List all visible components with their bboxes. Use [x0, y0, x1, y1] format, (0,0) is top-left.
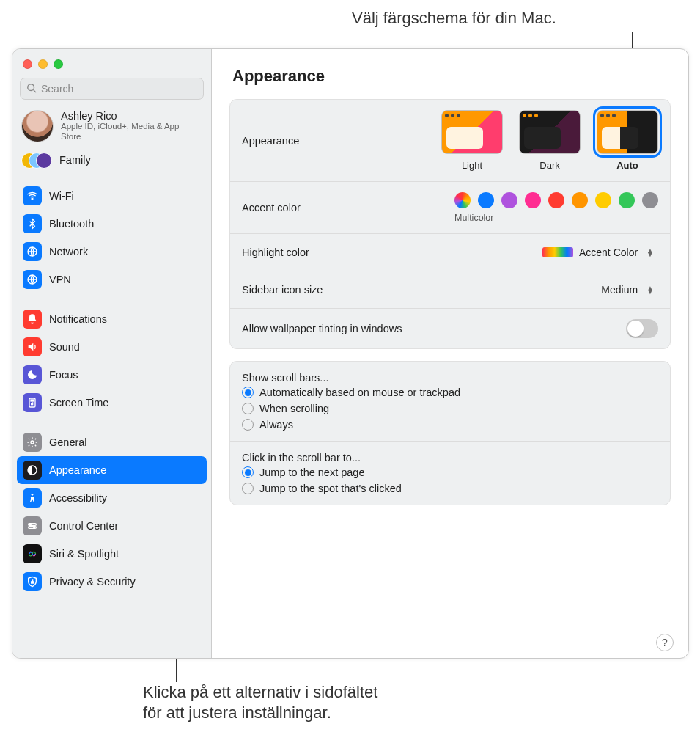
scroll-bars-options: Automatically based on mouse or trackpad…: [230, 387, 670, 442]
appearance-option-auto[interactable]: Auto: [597, 110, 658, 171]
accent-pink[interactable]: [525, 192, 541, 208]
general-icon: [23, 433, 42, 452]
click-option-spot[interactable]: Jump to the spot that's clicked: [242, 483, 658, 494]
family-label: Family: [59, 154, 91, 166]
sidebar-item-label: Bluetooth: [49, 218, 94, 230]
sidebar-item-accessibility[interactable]: Accessibility: [17, 484, 207, 512]
appearance-panel: Appearance Light Dark Auto: [229, 99, 671, 349]
tint-label: Allow wallpaper tinting in windows: [242, 323, 402, 334]
scroll-option-label: When scrolling: [259, 403, 329, 414]
svg-point-9: [31, 441, 34, 444]
sound-icon: [23, 337, 42, 356]
accent-sublabel: Multicolor: [454, 213, 494, 223]
appearance-option-light[interactable]: Light: [441, 110, 503, 171]
highlight-color-select[interactable]: Accent Color ▲▼: [537, 244, 658, 260]
sidebar-item-notifications[interactable]: Notifications: [17, 305, 207, 333]
screen-time-icon: [23, 393, 42, 412]
scroll-bars-title: Show scroll bars...: [230, 362, 670, 387]
minimize-button[interactable]: [38, 59, 48, 69]
focus-icon: [23, 365, 42, 384]
svg-point-15: [34, 527, 35, 528]
sidebar-item-privacy[interactable]: Privacy & Security: [17, 568, 207, 596]
vpn-icon: [23, 270, 42, 289]
auto-thumb-icon: [597, 110, 658, 154]
click-option-next-page[interactable]: Jump to the next page: [242, 466, 658, 478]
accent-orange[interactable]: [572, 192, 588, 208]
sidebar-item-label: Screen Time: [49, 397, 108, 409]
sidebar-item-label: General: [49, 436, 87, 448]
appearance-option-dark[interactable]: Dark: [519, 110, 581, 171]
sidebar-item-control-center[interactable]: Control Center: [17, 512, 207, 540]
click-scroll-options: Jump to the next page Jump to the spot t…: [230, 466, 670, 505]
sidebar-item-focus[interactable]: Focus: [17, 361, 207, 389]
sidebar-item-general[interactable]: General: [17, 428, 207, 456]
family-row[interactable]: Family: [12, 147, 211, 177]
accent-picker: Multicolor: [454, 192, 658, 223]
scroll-option-when-scrolling[interactable]: When scrolling: [242, 403, 658, 414]
wifi-icon: [23, 186, 42, 205]
accent-multicolor[interactable]: [454, 192, 471, 208]
sidebar-item-label: Network: [49, 246, 88, 257]
search-input[interactable]: Search: [20, 78, 204, 100]
sidebar-size-select[interactable]: Medium ▲▼: [595, 282, 658, 298]
chevron-updown-icon: ▲▼: [644, 249, 654, 257]
window-controls: [12, 55, 211, 73]
accent-red[interactable]: [548, 192, 564, 208]
highlight-value: Accent Color: [579, 246, 638, 258]
bluetooth-icon: [23, 214, 42, 233]
search-icon: [26, 83, 37, 95]
sidebar-item-wifi[interactable]: Wi-Fi: [17, 182, 207, 210]
appearance-row: Appearance Light Dark Auto: [230, 100, 670, 182]
accent-green[interactable]: [619, 192, 635, 208]
page-title: Appearance: [229, 58, 671, 99]
close-button[interactable]: [23, 59, 32, 69]
sidebar-item-vpn[interactable]: VPN: [17, 266, 207, 293]
dark-thumb-icon: [519, 110, 581, 154]
sidebar-item-sound[interactable]: Sound: [17, 333, 207, 361]
svg-point-14: [29, 524, 31, 525]
control-center-icon: [23, 516, 42, 535]
highlight-color-row: Highlight color Accent Color ▲▼: [230, 234, 670, 271]
sidebar-item-label: VPN: [49, 274, 71, 285]
radio-icon: [242, 466, 254, 478]
sidebar-nav: Wi-FiBluetoothNetworkVPN NotificationsSo…: [12, 177, 211, 600]
help-button[interactable]: ?: [656, 634, 674, 651]
radio-icon: [242, 419, 254, 431]
zoom-button[interactable]: [54, 59, 63, 69]
siri-icon: [23, 544, 42, 563]
accent-purple[interactable]: [501, 192, 517, 208]
radio-icon: [242, 403, 254, 414]
svg-line-1: [34, 89, 37, 92]
sidebar-item-screen-time[interactable]: Screen Time: [17, 389, 207, 417]
sidebar-item-label: Privacy & Security: [49, 576, 136, 588]
accent-yellow[interactable]: [595, 192, 611, 208]
scroll-option-label: Always: [259, 419, 293, 431]
sidebar-item-label: Siri & Spotlight: [49, 548, 119, 560]
dark-label: Dark: [539, 160, 559, 171]
network-icon: [23, 242, 42, 261]
scroll-option-auto[interactable]: Automatically based on mouse or trackpad: [242, 387, 658, 398]
wallpaper-tinting-row: Allow wallpaper tinting in windows: [230, 309, 670, 348]
wallpaper-tinting-toggle[interactable]: [626, 319, 658, 338]
sidebar-item-network[interactable]: Network: [17, 238, 207, 266]
callout-bottom: Klicka på ett alternativ i sidofältet fö…: [143, 682, 377, 722]
auto-label: Auto: [616, 160, 638, 171]
scroll-option-label: Automatically based on mouse or trackpad: [259, 387, 460, 398]
accent-graphite[interactable]: [642, 192, 658, 208]
scroll-option-always[interactable]: Always: [242, 419, 658, 431]
svg-point-2: [32, 198, 33, 200]
sidebar-item-label: Wi-Fi: [49, 190, 74, 202]
sidebar-item-siri[interactable]: Siri & Spotlight: [17, 540, 207, 568]
sidebar-item-label: Control Center: [49, 520, 118, 532]
appearance-label: Appearance: [242, 135, 299, 147]
highlight-swatch-icon: [542, 247, 573, 257]
sidebar: Search Ashley Rico Apple ID, iCloud+, Me…: [12, 49, 212, 658]
click-option-label: Jump to the next page: [259, 466, 365, 478]
click-option-label: Jump to the spot that's clicked: [259, 483, 402, 494]
apple-id-row[interactable]: Ashley Rico Apple ID, iCloud+, Media & A…: [12, 104, 211, 147]
appearance-thumbs: Light Dark Auto: [441, 110, 658, 171]
system-settings-window: Search Ashley Rico Apple ID, iCloud+, Me…: [12, 48, 689, 659]
accent-blue[interactable]: [478, 192, 494, 208]
sidebar-item-appearance[interactable]: Appearance: [17, 456, 207, 484]
sidebar-item-bluetooth[interactable]: Bluetooth: [17, 210, 207, 238]
